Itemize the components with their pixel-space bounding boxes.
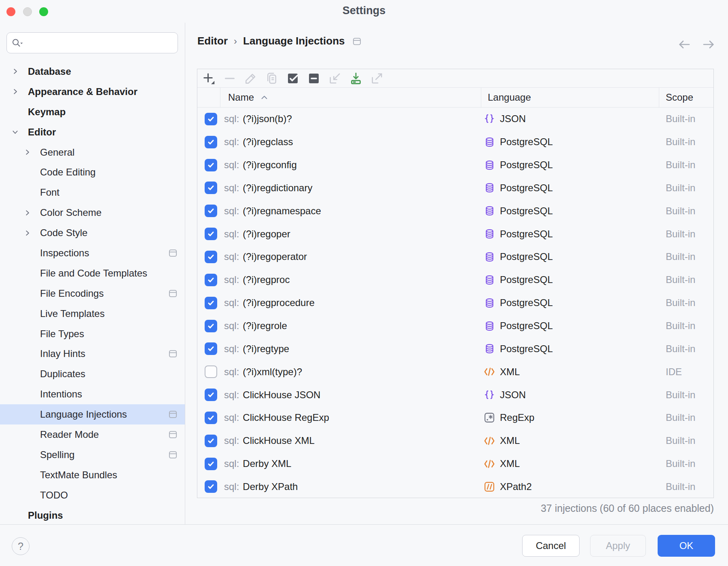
sidebar-item-database[interactable]: Database (0, 61, 185, 82)
injection-row[interactable]: sql: (?i)regprocedure PostgreSQL Built-i… (197, 291, 713, 315)
injection-row[interactable]: sql: (?i)regproc PostgreSQL Built-in (197, 268, 713, 291)
injection-row[interactable]: sql: (?i)regclass PostgreSQL Built-in (197, 131, 713, 154)
row-checkbox[interactable] (205, 435, 217, 447)
export-button[interactable] (366, 70, 387, 87)
chevron-icon (24, 351, 40, 357)
row-checkbox[interactable] (205, 342, 217, 355)
injection-row[interactable]: sql: (?i)xml(type)? XML IDE (197, 360, 713, 383)
search-input[interactable] (25, 37, 174, 49)
forward-arrow-icon[interactable] (701, 37, 716, 52)
remove-button[interactable] (219, 70, 240, 87)
header-name[interactable]: Name (220, 88, 481, 107)
edit-button[interactable] (240, 70, 261, 87)
injection-row[interactable]: sql: (?i)regtype PostgreSQL Built-in (197, 337, 713, 360)
sidebar-item-font[interactable]: Font (0, 182, 185, 203)
injection-row[interactable]: sql: (?i)regnamespace PostgreSQL Built-i… (197, 199, 713, 222)
row-checkbox[interactable] (205, 458, 217, 470)
enable-selected-button[interactable] (282, 70, 303, 87)
language-label: PostgreSQL (500, 159, 553, 171)
scope-label: Built-in (659, 343, 713, 355)
add-button[interactable] (198, 70, 219, 87)
injection-row[interactable]: sql: (?i)regconfig PostgreSQL Built-in (197, 154, 713, 177)
sidebar-item-color-scheme[interactable]: Color Scheme (0, 203, 185, 223)
sidebar-item-code-editing[interactable]: Code Editing (0, 162, 185, 182)
injection-row[interactable]: sql: Derby XPath XPath2 Built-in (197, 475, 713, 498)
cancel-button[interactable]: Cancel (522, 535, 580, 557)
row-checkbox[interactable] (205, 159, 217, 171)
sidebar-item-todo[interactable]: TODO (0, 485, 185, 505)
injection-row[interactable]: sql: (?i)regoper PostgreSQL Built-in (197, 222, 713, 245)
sidebar-item-live-templates[interactable]: Live Templates (0, 304, 185, 324)
injection-name: ClickHouse JSON (243, 389, 320, 401)
sidebar-item-reader-mode[interactable]: Reader Mode (0, 424, 185, 445)
sidebar-item-language-injections[interactable]: Language Injections (0, 404, 185, 424)
breadcrumb-separator: › (234, 36, 237, 47)
disable-selected-button[interactable] (303, 70, 324, 87)
injection-prefix: sql: (224, 412, 239, 423)
sidebar-item-label: Spelling (40, 449, 74, 460)
scope-label: Built-in (659, 389, 713, 401)
sidebar-item-general[interactable]: General (0, 142, 185, 163)
header-scope[interactable]: Scope (659, 88, 713, 107)
duplicate-button[interactable] (261, 70, 282, 87)
row-checkbox[interactable] (205, 297, 217, 309)
xml-language-icon (484, 435, 495, 446)
sidebar-item-file-encodings[interactable]: File Encodings (0, 283, 185, 304)
chevron-icon (12, 129, 28, 135)
xml-language-icon (484, 366, 495, 378)
injection-row[interactable]: sql: ClickHouse JSON JSON Built-in (197, 383, 713, 406)
apply-button[interactable]: Apply (590, 535, 646, 557)
row-checkbox[interactable] (205, 205, 217, 217)
injection-row[interactable]: sql: ClickHouse RegExp RegExp Built-in (197, 406, 713, 429)
sidebar-item-inlay-hints[interactable]: Inlay Hints (0, 344, 185, 364)
row-checkbox[interactable] (205, 182, 217, 194)
injection-row[interactable]: sql: (?i)json(b)? JSON Built-in (197, 108, 713, 131)
row-checkbox[interactable] (205, 113, 217, 125)
sidebar-item-editor[interactable]: Editor (0, 122, 185, 142)
sidebar-item-intentions[interactable]: Intentions (0, 384, 185, 404)
injection-row[interactable]: sql: (?i)regoperator PostgreSQL Built-in (197, 245, 713, 268)
row-checkbox[interactable] (205, 365, 217, 378)
row-checkbox[interactable] (205, 320, 217, 332)
sidebar-item-textmate-bundles[interactable]: TextMate Bundles (0, 465, 185, 485)
back-arrow-icon[interactable] (677, 37, 692, 52)
search-box[interactable] (6, 32, 178, 53)
injection-row[interactable]: sql: ClickHouse XML XML Built-in (197, 429, 713, 452)
injections-panel: Name Language Scope sql: (?i)json(b)? JS… (197, 69, 714, 498)
row-checkbox[interactable] (205, 228, 217, 240)
row-checkbox[interactable] (205, 251, 217, 263)
row-checkbox[interactable] (205, 389, 217, 401)
sidebar-item-inspections[interactable]: Inspections (0, 243, 185, 263)
row-checkbox[interactable] (205, 274, 217, 286)
sidebar-item-keymap[interactable]: Keymap (0, 102, 185, 122)
help-button[interactable]: ? (12, 537, 30, 555)
sidebar-item-appearance-behavior[interactable]: Appearance & Behavior (0, 82, 185, 102)
table-header: Name Language Scope (197, 88, 713, 108)
scope-label: Built-in (659, 113, 713, 125)
injection-prefix: sql: (224, 251, 239, 262)
injection-row[interactable]: sql: (?i)regrole PostgreSQL Built-in (197, 315, 713, 338)
row-checkbox[interactable] (205, 136, 217, 148)
breadcrumb-parent[interactable]: Editor (197, 35, 228, 47)
restore-defaults-button[interactable] (345, 70, 366, 87)
injection-prefix: sql: (224, 205, 239, 217)
ok-button[interactable]: OK (658, 535, 715, 557)
sidebar-item-duplicates[interactable]: Duplicates (0, 364, 185, 384)
injections-table-body: sql: (?i)json(b)? JSON Built-in sql: (?i… (197, 108, 713, 498)
injection-name: (?i)json(b)? (243, 113, 292, 125)
sidebar-item-spelling[interactable]: Spelling (0, 445, 185, 465)
header-language[interactable]: Language (481, 88, 659, 107)
injection-row[interactable]: sql: Derby XML XML Built-in (197, 452, 713, 475)
xpath-language-icon (484, 481, 495, 492)
sidebar-item-code-style[interactable]: Code Style (0, 223, 185, 243)
row-checkbox[interactable] (205, 480, 217, 493)
sidebar-item-file-and-code-templates[interactable]: File and Code Templates (0, 263, 185, 283)
language-label: PostgreSQL (500, 343, 553, 355)
injection-name: (?i)regconfig (243, 159, 296, 171)
sidebar-item-plugins[interactable]: Plugins (0, 505, 185, 526)
settings-sidebar: Database Appearance & Behavior Keymap Ed… (0, 23, 185, 524)
import-button[interactable] (324, 70, 345, 87)
sidebar-item-file-types[interactable]: File Types (0, 324, 185, 344)
row-checkbox[interactable] (205, 412, 217, 424)
injection-row[interactable]: sql: (?i)regdictionary PostgreSQL Built-… (197, 177, 713, 200)
